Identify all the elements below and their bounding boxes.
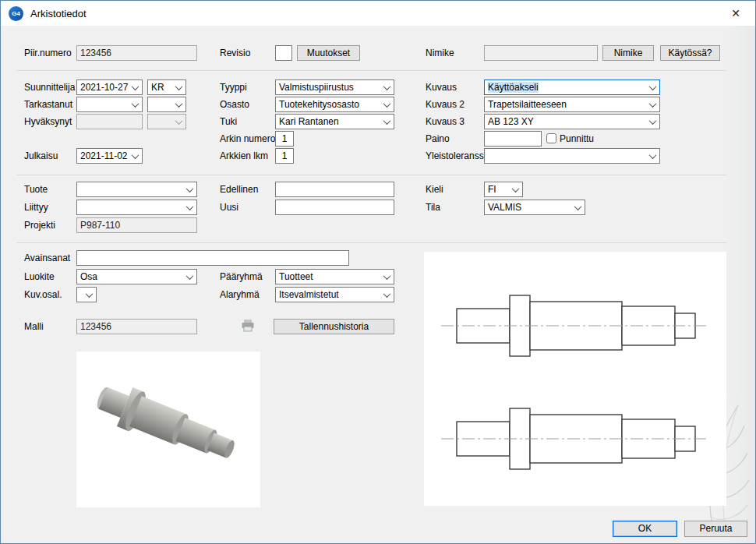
- julkaisu-date-combobox[interactable]: 2021-11-02: [76, 148, 143, 164]
- chevron-down-icon: [172, 80, 185, 94]
- tarkastanut-date-combobox[interactable]: [76, 97, 143, 112]
- kuv-osal-label: Kuv.osal.: [24, 287, 62, 302]
- tuki-label: Tuki: [220, 114, 237, 129]
- luokite-label: Luokite: [24, 269, 55, 284]
- ok-button[interactable]: OK: [613, 521, 677, 537]
- combobox-value: [148, 115, 172, 129]
- combobox-value: [77, 97, 129, 111]
- suunnittelija-date-combobox[interactable]: 2021-10-27: [76, 79, 143, 95]
- chevron-down-icon: [380, 97, 394, 111]
- arkistotiedot-dialog: G4 Arkistotiedot ✕ Piir.numero 123456 Re…: [0, 0, 756, 544]
- paino-input[interactable]: [484, 131, 542, 147]
- julkaisu-label: Julkaisu: [24, 148, 58, 164]
- punnittu-label: Punnittu: [560, 131, 594, 147]
- nimike-label: Nimike: [426, 45, 454, 61]
- chevron-down-icon: [183, 200, 196, 214]
- chevron-down-icon: [509, 182, 522, 196]
- tarkastanut-label: Tarkastanut: [24, 97, 72, 112]
- tila-combobox[interactable]: VALMIS: [484, 200, 585, 215]
- paaryhma-combobox[interactable]: Tuotteet: [275, 269, 394, 284]
- arkkien-lkm-input[interactable]: [275, 148, 294, 164]
- alaryhma-combobox[interactable]: Itsevalmistetut: [275, 287, 394, 302]
- projekti-field: P987-110: [76, 217, 197, 233]
- liittyy-combobox[interactable]: [76, 200, 197, 215]
- kaytossa-button[interactable]: Käytössä?: [660, 45, 720, 61]
- kuvaus3-combobox[interactable]: AB 123 XY: [484, 114, 660, 129]
- window-title: Arkistotiedot: [30, 8, 87, 19]
- liittyy-label: Liittyy: [24, 200, 48, 215]
- muutokset-button[interactable]: Muutokset: [297, 45, 360, 61]
- titlebar: G4 Arkistotiedot ✕: [1, 1, 755, 26]
- combobox-value: Valmistuspiirustus: [276, 80, 380, 94]
- chevron-down-icon: [83, 288, 96, 302]
- yleistoleranssi-combobox[interactable]: [484, 148, 660, 164]
- chevron-down-icon: [646, 149, 659, 163]
- print-icon[interactable]: [239, 317, 256, 334]
- separator: [16, 175, 726, 175]
- osasto-combobox[interactable]: Tuotekehitysosasto: [275, 97, 394, 112]
- chevron-down-icon: [380, 288, 394, 302]
- tyyppi-label: Tyyppi: [220, 79, 247, 95]
- app-logo-icon: G4: [9, 6, 23, 21]
- suunnittelija-label: Suunnittelija: [24, 79, 75, 95]
- combobox-value: Kari Rantanen: [276, 115, 380, 129]
- combobox-value: FI: [485, 182, 509, 196]
- tallennushistoria-button[interactable]: Tallennushistoria: [274, 319, 394, 334]
- chevron-down-icon: [380, 80, 394, 94]
- yleistoleranssi-label: Yleistoleranssi: [426, 148, 486, 164]
- chevron-down-icon: [646, 80, 659, 94]
- nimike-field: [484, 45, 598, 61]
- separator: [16, 242, 726, 243]
- osasto-label: Osasto: [220, 97, 249, 112]
- tyyppi-combobox[interactable]: Valmistuspiirustus: [275, 79, 394, 95]
- combobox-value: [148, 97, 172, 111]
- revisio-label: Revisio: [220, 45, 250, 61]
- hyvaksynyt-sig-combobox: [147, 114, 186, 129]
- chevron-down-icon: [129, 80, 142, 94]
- kieli-combobox[interactable]: FI: [484, 182, 523, 197]
- combobox-value: VALMIS: [485, 200, 571, 214]
- kuvaus2-combobox[interactable]: Trapetsilaitteeseen: [484, 97, 660, 112]
- combobox-value: [485, 149, 646, 163]
- nimike-button[interactable]: Nimike: [602, 45, 654, 61]
- projekti-label: Projekti: [24, 217, 55, 233]
- avainsanat-input[interactable]: [76, 250, 349, 266]
- tuote-combobox[interactable]: [76, 182, 197, 197]
- chevron-down-icon: [646, 97, 659, 111]
- kuvaus-combobox[interactable]: Käyttöakseli: [484, 79, 660, 95]
- close-icon[interactable]: ✕: [724, 5, 747, 22]
- combobox-value: Itsevalmistetut: [276, 288, 380, 302]
- suunnittelija-sig-combobox[interactable]: KR: [147, 79, 186, 95]
- model-3d-preview: [76, 351, 260, 507]
- edellinen-label: Edellinen: [220, 182, 258, 197]
- combobox-value: KR: [148, 80, 172, 94]
- chevron-down-icon: [571, 200, 585, 214]
- combobox-value: Tuotteet: [276, 270, 380, 284]
- uusi-input[interactable]: [275, 200, 394, 215]
- arkin-numero-input[interactable]: [275, 131, 294, 147]
- kieli-label: Kieli: [426, 182, 443, 197]
- chevron-down-icon: [129, 97, 142, 111]
- piir-numero-field: 123456: [76, 45, 197, 61]
- combobox-value: [77, 288, 83, 302]
- combobox-value: 2021-10-27: [77, 80, 129, 94]
- punnittu-checkbox[interactable]: [546, 133, 556, 143]
- tuki-combobox[interactable]: Kari Rantanen: [275, 114, 394, 129]
- combobox-value: 2021-11-02: [77, 149, 129, 163]
- alaryhma-label: Alaryhmä: [220, 287, 260, 302]
- revisio-input[interactable]: [275, 45, 292, 61]
- tila-label: Tila: [426, 200, 440, 215]
- chevron-down-icon: [172, 115, 185, 129]
- chevron-down-icon: [380, 270, 394, 284]
- kuv-osal-combobox[interactable]: [76, 287, 97, 302]
- kuvaus-label: Kuvaus: [426, 79, 457, 95]
- chevron-down-icon: [646, 115, 659, 129]
- chevron-down-icon: [172, 97, 185, 111]
- tarkastanut-sig-combobox[interactable]: [147, 97, 186, 112]
- edellinen-input[interactable]: [275, 182, 394, 197]
- paino-label: Paino: [426, 131, 450, 147]
- combobox-value: Osa: [77, 270, 183, 284]
- tuote-label: Tuote: [24, 182, 48, 197]
- cancel-button[interactable]: Peruuta: [684, 521, 747, 537]
- luokite-combobox[interactable]: Osa: [76, 269, 197, 284]
